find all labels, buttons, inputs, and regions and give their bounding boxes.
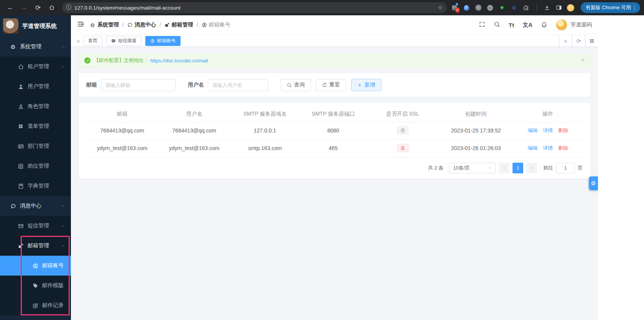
address-bar[interactable]: ⓘ 127.0.0.1/system/messages/mail/mail-ac…: [62, 2, 447, 13]
site-info-icon[interactable]: ⓘ: [66, 4, 71, 11]
side-panel-button[interactable]: [555, 4, 563, 11]
sidebar-item-menu-management[interactable]: 菜单管理: [0, 116, 71, 136]
sidebar-item-message-center[interactable]: 消息中心: [0, 196, 71, 216]
sidebar-item-mail-log[interactable]: 邮件记录: [0, 296, 71, 315]
detail-link[interactable]: 详情: [543, 145, 553, 151]
delete-link[interactable]: 删除: [558, 145, 568, 151]
notification-button[interactable]: [541, 21, 547, 29]
sidebar-item-dict-management[interactable]: 字典管理: [0, 176, 71, 196]
browser-back-button[interactable]: ←: [4, 2, 17, 13]
extension-icon-double-chevron[interactable]: [510, 4, 518, 11]
user-avatar: [556, 19, 567, 31]
fullscreen-button[interactable]: [479, 21, 485, 29]
sidebar-item-label: 字典管理: [28, 183, 49, 189]
extension-icon-green-star[interactable]: ★: [498, 4, 506, 11]
email-input[interactable]: [101, 79, 176, 91]
sidebar-item-mail-account[interactable]: 邮箱账号: [0, 256, 71, 276]
mail-account-table: 邮箱 用户名 SMTP 服务器域名 SMTP 服务器端口 是否开启 SSL 创建…: [86, 106, 583, 157]
chevron-left-icon: [502, 166, 506, 170]
sidebar-item-label: 邮箱管理: [28, 242, 49, 249]
query-button[interactable]: 查询: [281, 79, 311, 91]
page-size-select[interactable]: 10条/页: [449, 163, 496, 173]
sidebar-item-tenant-management[interactable]: 租户管理: [0, 57, 71, 77]
sidebar-item-label: 邮件模版: [42, 282, 64, 289]
tab-home[interactable]: 首页: [83, 36, 102, 46]
gear-icon: ⚙: [90, 22, 95, 28]
cell-smtp-host: 127.0.0.1: [230, 122, 300, 139]
breadcrumb-item-message-center[interactable]: 消息中心: [127, 21, 156, 28]
user-menu[interactable]: 芋道源码: [556, 19, 592, 31]
alert-close-icon[interactable]: ×: [581, 57, 585, 64]
sidebar-item-system-management[interactable]: ⚙ 系统管理: [0, 37, 71, 57]
profile-avatar-button[interactable]: [567, 4, 575, 11]
total-count: 共 2 条: [428, 165, 444, 171]
doc-link[interactable]: https://doc.iocoder.cn/mail: [150, 58, 208, 64]
extension-icon-1[interactable]: 8: [451, 4, 458, 11]
sidebar-item-post-management[interactable]: 岗位管理: [0, 156, 71, 176]
pagination: 共 2 条 10条/页 1 前往 页: [86, 163, 583, 173]
sidebar-item-sms-management[interactable]: 短信管理: [0, 216, 71, 236]
user-circle-icon: [32, 263, 38, 269]
page-number-1[interactable]: 1: [513, 163, 523, 173]
chrome-update-button[interactable]: 有新版 Chrome 可用 ⋮: [581, 2, 640, 13]
extension-icon-balloon[interactable]: [463, 4, 470, 11]
username-label: 用户名: [188, 82, 204, 88]
browser-forward-button[interactable]: →: [18, 2, 31, 13]
extension-icon-2[interactable]: [475, 4, 482, 11]
refresh-page-button[interactable]: ⟳: [572, 35, 585, 47]
user-circle-icon: [202, 22, 207, 28]
downloads-button[interactable]: [543, 4, 551, 11]
breadcrumb-item-system[interactable]: ⚙ 系统管理: [90, 21, 119, 28]
email-label: 邮箱: [86, 82, 97, 88]
tab-sms-channel[interactable]: 短信渠道: [106, 36, 141, 46]
tabs-scroll-right-button[interactable]: »: [559, 35, 572, 47]
sidebar-item-department-management[interactable]: 部门管理: [0, 136, 71, 156]
app-logo[interactable]: 芋道管理系统: [0, 15, 71, 37]
tab-mail-account[interactable]: 邮箱账号: [145, 36, 181, 46]
page-content: 【邮件配置】文档地址： https://doc.iocoder.cn/mail …: [71, 47, 598, 320]
font-size-button[interactable]: Tt: [509, 22, 514, 28]
prev-page-button[interactable]: [499, 163, 509, 173]
user-name: 芋道源码: [570, 21, 592, 28]
emoji-avatar-icon: [567, 4, 574, 11]
url-text[interactable]: 127.0.0.1/system/messages/mail/mail-acco…: [74, 5, 435, 11]
sidebar-item-mail-template[interactable]: 邮件模版: [0, 276, 71, 296]
side-panel-icon: [556, 5, 562, 11]
extensions-menu-button[interactable]: [522, 4, 530, 11]
gray-ring-icon: [487, 5, 493, 11]
chevron-up-icon: [61, 45, 65, 49]
delete-link[interactable]: 删除: [558, 127, 568, 133]
search-form: 邮箱 用户名 查询 重置 新增: [79, 73, 590, 97]
home-icon: [49, 5, 55, 11]
browser-menu-icon[interactable]: ⋮: [631, 5, 639, 11]
sidebar-collapse-button[interactable]: [77, 21, 84, 29]
cell-smtp-port: 8080: [300, 122, 367, 139]
username-input[interactable]: [208, 79, 268, 91]
edit-link[interactable]: 编辑: [527, 127, 537, 133]
reset-button[interactable]: 重置: [316, 79, 346, 91]
sidebar-item-role-management[interactable]: 角色管理: [0, 96, 71, 116]
bookmark-star-icon[interactable]: ☆: [435, 4, 445, 11]
breadcrumb-item-mail-management[interactable]: 邮箱管理: [164, 21, 193, 28]
tab-layout-button[interactable]: [585, 35, 598, 47]
search-button[interactable]: [494, 21, 500, 29]
detail-link[interactable]: 详情: [543, 127, 553, 133]
sidebar-item-mail-management[interactable]: 邮箱管理: [0, 236, 71, 256]
ssl-tag-no: 否: [397, 126, 409, 135]
gear-icon: ⚙: [591, 180, 596, 187]
browser-reload-button[interactable]: ⟳: [31, 2, 44, 13]
toolbar-divider: [536, 4, 537, 11]
goto-page-input[interactable]: [556, 163, 575, 173]
edit-link[interactable]: 编辑: [527, 145, 537, 151]
mail-stack-icon: [18, 243, 24, 249]
mail-stack-icon: [164, 22, 170, 28]
language-button[interactable]: 文A: [522, 21, 532, 29]
sidebar-item-user-management[interactable]: 用户管理: [0, 77, 71, 96]
tabs-scroll-left-button[interactable]: «: [73, 38, 83, 44]
extension-icon-3[interactable]: [486, 4, 494, 11]
browser-home-button[interactable]: [45, 2, 58, 13]
download-icon: [544, 5, 550, 11]
add-button[interactable]: 新增: [351, 79, 381, 91]
next-page-button[interactable]: [526, 163, 537, 173]
theme-settings-button[interactable]: ⚙: [589, 176, 598, 190]
